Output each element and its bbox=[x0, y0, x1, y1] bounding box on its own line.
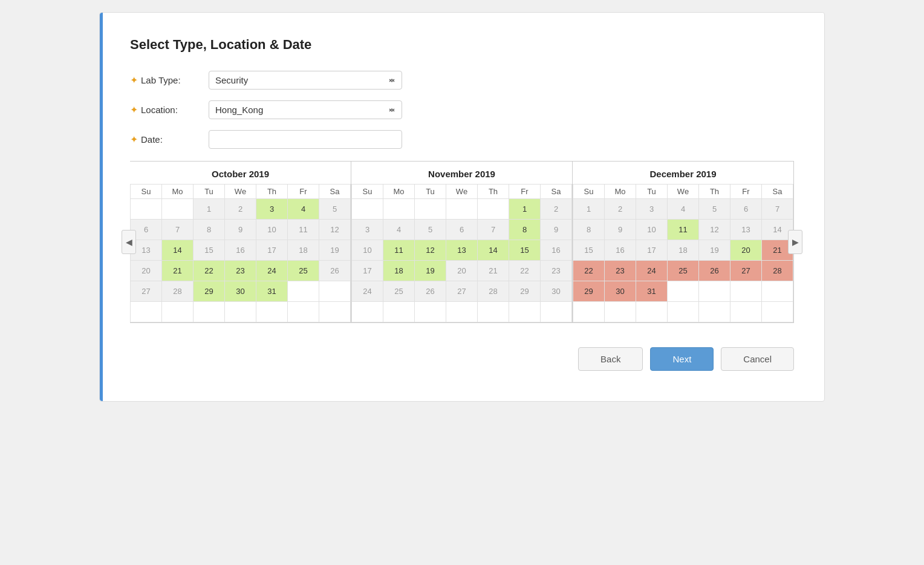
calendar-day[interactable]: 31 bbox=[636, 281, 668, 302]
calendar-day[interactable]: 28 bbox=[478, 281, 509, 302]
calendar-day[interactable]: 16 bbox=[541, 240, 572, 261]
calendar-day[interactable]: 28 bbox=[762, 261, 793, 281]
day-header: Th bbox=[478, 185, 509, 199]
calendar-day[interactable]: 21 bbox=[162, 261, 194, 281]
cancel-button[interactable]: Cancel bbox=[721, 347, 794, 371]
calendar-day[interactable]: 8 bbox=[573, 220, 605, 240]
calendar-day[interactable]: 10 bbox=[256, 220, 288, 240]
calendar-day[interactable]: 14 bbox=[162, 240, 194, 261]
calendar-day[interactable]: 25 bbox=[383, 281, 415, 302]
calendar-day[interactable]: 19 bbox=[319, 240, 351, 261]
calendar-day[interactable]: 15 bbox=[509, 240, 541, 261]
calendar-day[interactable]: 4 bbox=[383, 220, 415, 240]
calendar-day[interactable]: 1 bbox=[573, 199, 605, 220]
calendar-day[interactable]: 20 bbox=[446, 261, 478, 281]
calendar-day[interactable]: 14 bbox=[478, 240, 509, 261]
calendar-day[interactable]: 12 bbox=[699, 220, 730, 240]
calendar-day[interactable]: 22 bbox=[194, 261, 225, 281]
calendar-day[interactable]: 29 bbox=[509, 281, 541, 302]
calendar-day[interactable]: 26 bbox=[699, 261, 730, 281]
calendar-day[interactable]: 7 bbox=[762, 199, 793, 220]
calendar-day[interactable]: 23 bbox=[225, 261, 256, 281]
calendar-day[interactable]: 17 bbox=[352, 261, 383, 281]
calendar-day[interactable]: 23 bbox=[541, 261, 572, 281]
calendar-day[interactable]: 10 bbox=[636, 220, 668, 240]
calendar-day[interactable]: 16 bbox=[225, 240, 256, 261]
calendar-day[interactable]: 3 bbox=[352, 220, 383, 240]
calendar-day[interactable]: 6 bbox=[730, 199, 762, 220]
calendar-day[interactable]: 19 bbox=[415, 261, 446, 281]
prev-nav-button[interactable]: ◀ bbox=[122, 230, 136, 254]
calendar-day[interactable]: 10 bbox=[352, 240, 383, 261]
calendar-day[interactable]: 29 bbox=[573, 281, 605, 302]
calendar-day[interactable]: 5 bbox=[699, 199, 730, 220]
calendar-day[interactable]: 3 bbox=[256, 199, 288, 220]
calendar-day[interactable]: 5 bbox=[415, 220, 446, 240]
calendar-day[interactable]: 17 bbox=[636, 240, 668, 261]
calendar-day[interactable]: 15 bbox=[573, 240, 605, 261]
next-nav-button[interactable]: ▶ bbox=[788, 230, 802, 254]
calendar-day[interactable]: 24 bbox=[352, 281, 383, 302]
calendar-day[interactable]: 24 bbox=[256, 261, 288, 281]
calendar-day[interactable]: 31 bbox=[256, 281, 288, 302]
calendar-day[interactable]: 1 bbox=[509, 199, 541, 220]
calendar-day[interactable]: 20 bbox=[131, 261, 162, 281]
calendar-day[interactable]: 4 bbox=[288, 199, 319, 220]
calendar-day[interactable]: 27 bbox=[131, 281, 162, 302]
calendar-day[interactable]: 18 bbox=[668, 240, 699, 261]
calendar-day[interactable]: 9 bbox=[225, 220, 256, 240]
calendar-day[interactable]: 25 bbox=[288, 261, 319, 281]
calendar-day[interactable]: 20 bbox=[730, 240, 762, 261]
calendar-day[interactable]: 1 bbox=[194, 199, 225, 220]
calendar-day[interactable]: 22 bbox=[509, 261, 541, 281]
next-button[interactable]: Next bbox=[650, 347, 714, 371]
calendar-day[interactable]: 13 bbox=[446, 240, 478, 261]
calendar-day[interactable]: 9 bbox=[605, 220, 636, 240]
calendar-day[interactable]: 27 bbox=[446, 281, 478, 302]
calendar-day[interactable]: 8 bbox=[194, 220, 225, 240]
calendar-day[interactable]: 29 bbox=[194, 281, 225, 302]
calendar-day bbox=[636, 302, 668, 322]
calendar-day[interactable]: 22 bbox=[573, 261, 605, 281]
calendar-day[interactable]: 18 bbox=[288, 240, 319, 261]
calendar-day[interactable]: 26 bbox=[319, 261, 351, 281]
calendar-day[interactable]: 30 bbox=[605, 281, 636, 302]
calendar-day[interactable]: 7 bbox=[162, 220, 194, 240]
calendar-day[interactable]: 12 bbox=[415, 240, 446, 261]
calendar-day[interactable]: 24 bbox=[636, 261, 668, 281]
calendar-day[interactable]: 13 bbox=[730, 220, 762, 240]
calendar-day[interactable]: 2 bbox=[605, 199, 636, 220]
calendar-day[interactable]: 3 bbox=[636, 199, 668, 220]
calendar-day[interactable]: 5 bbox=[319, 199, 351, 220]
location-select[interactable]: Hong_Kong bbox=[209, 100, 402, 119]
calendar-day[interactable]: 17 bbox=[256, 240, 288, 261]
calendar-day[interactable]: 26 bbox=[415, 281, 446, 302]
calendar-day[interactable]: 6 bbox=[446, 220, 478, 240]
calendar-day[interactable]: 30 bbox=[225, 281, 256, 302]
calendar-day[interactable]: 12 bbox=[319, 220, 351, 240]
lab-type-select[interactable]: Security bbox=[209, 71, 402, 90]
calendar-day[interactable]: 30 bbox=[541, 281, 572, 302]
back-button[interactable]: Back bbox=[578, 347, 643, 371]
calendar-day[interactable]: 28 bbox=[162, 281, 194, 302]
required-star-lab: ✦ bbox=[130, 74, 138, 86]
calendar-day[interactable]: 16 bbox=[605, 240, 636, 261]
calendar-day[interactable]: 18 bbox=[383, 261, 415, 281]
calendar-day[interactable]: 19 bbox=[699, 240, 730, 261]
calendar-day[interactable]: 7 bbox=[478, 220, 509, 240]
calendar-day[interactable]: 25 bbox=[668, 261, 699, 281]
calendar-day[interactable]: 4 bbox=[668, 199, 699, 220]
calendar-day[interactable]: 9 bbox=[541, 220, 572, 240]
calendar-day[interactable]: 23 bbox=[605, 261, 636, 281]
calendar-day[interactable]: 11 bbox=[383, 240, 415, 261]
date-input[interactable] bbox=[209, 130, 402, 149]
calendar-day[interactable]: 15 bbox=[194, 240, 225, 261]
calendar-day[interactable]: 2 bbox=[541, 199, 572, 220]
calendar-day bbox=[762, 281, 793, 302]
calendar-day[interactable]: 8 bbox=[509, 220, 541, 240]
calendar-day[interactable]: 2 bbox=[225, 199, 256, 220]
calendar-day[interactable]: 27 bbox=[730, 261, 762, 281]
calendar-day[interactable]: 11 bbox=[668, 220, 699, 240]
calendar-day[interactable]: 11 bbox=[288, 220, 319, 240]
calendar-day[interactable]: 21 bbox=[478, 261, 509, 281]
